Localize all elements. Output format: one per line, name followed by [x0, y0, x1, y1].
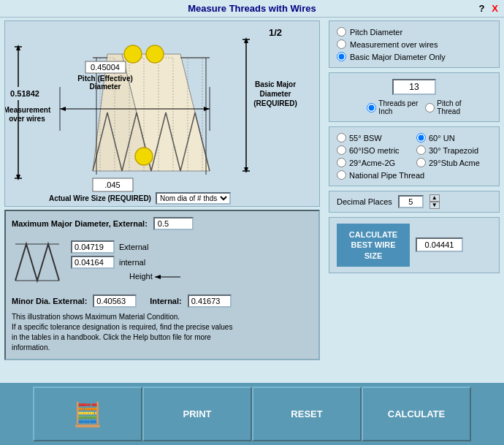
calc-best-result[interactable] — [416, 237, 463, 252]
svg-text:0.45004: 0.45004 — [91, 63, 120, 72]
main-area: 0.51842 0.45004 Pitch (Effective) Diamet… — [0, 18, 504, 400]
thread-count-box: Threads perInch Pitch ofThread — [329, 72, 500, 122]
stub29-radio[interactable] — [416, 158, 426, 167]
svg-text:Diameter: Diameter — [90, 83, 121, 91]
trap30-radio[interactable] — [416, 145, 426, 155]
un60-option[interactable]: 60° UN — [416, 133, 492, 142]
stub29-option[interactable]: 29°Stub Acme — [416, 158, 492, 167]
iso60-option[interactable]: 60°ISO metric — [337, 145, 412, 155]
height-label: Height — [129, 272, 153, 281]
acme29-option[interactable]: 29°Acme-2G — [337, 158, 412, 167]
window-title: Measure Threads with Wires — [188, 3, 316, 14]
title-bar: Measure Threads with Wires ? X — [0, 0, 504, 18]
close-button[interactable]: X — [492, 3, 498, 14]
external-row: External — [71, 240, 184, 254]
acme29-radio[interactable] — [337, 158, 346, 167]
threads-per-inch-option[interactable]: Threads perInch — [367, 99, 418, 115]
calc-best-box: CALCULATE BEST WIRE SIZE — [329, 217, 500, 273]
info-section: This illustration shows Maximum Material… — [12, 312, 313, 353]
calculator-icon: 🧮 — [73, 400, 102, 428]
wire-size-label: Actual Wire Size (REQUIRED) — [49, 194, 151, 202]
decimal-places-input[interactable] — [398, 195, 424, 208]
npt-label: National Pipe Thread — [349, 171, 424, 180]
pitch-of-thread-option[interactable]: Pitch ofThread — [425, 99, 461, 115]
basic-major-label: Basic Major Diameter Only — [350, 53, 446, 61]
trap30-option[interactable]: 30° Trapezoid — [416, 145, 492, 155]
threads-per-inch-radio[interactable] — [367, 103, 376, 113]
acme29-label: 29°Acme-2G — [349, 159, 395, 167]
height-arrow — [155, 273, 184, 281]
pitch-diameter-label: Pitch Diameter — [350, 28, 402, 37]
svg-text:.045: .045 — [104, 180, 120, 189]
height-label-row: Height — [129, 271, 184, 281]
info-text: This illustration shows Maximum Material… — [12, 312, 313, 353]
bsw-radio[interactable] — [337, 133, 346, 142]
internal-input[interactable] — [71, 256, 115, 269]
wire-size-row: Actual Wire Size (REQUIRED) Nom dia of #… — [49, 192, 231, 205]
npt-radio[interactable] — [337, 170, 346, 180]
minor-int-label: Internal: — [150, 297, 181, 305]
internal-row: internal — [71, 256, 184, 269]
mow-label: Measurement over wires — [350, 40, 438, 49]
help-button[interactable]: ? — [478, 3, 484, 14]
npt-option[interactable]: National Pipe Thread — [337, 170, 492, 180]
decimal-places-row: Decimal Places ▲ ▼ — [329, 191, 500, 213]
pitch-of-thread-label: Pitch ofThread — [437, 99, 461, 115]
svg-text:over wires: over wires — [9, 115, 45, 123]
svg-text:Pitch (Effective): Pitch (Effective) — [77, 75, 133, 83]
svg-text:(REQUIRED): (REQUIRED) — [253, 99, 297, 107]
svg-marker-39 — [155, 275, 161, 279]
pitch-diameter-option[interactable]: Pitch Diameter — [337, 27, 492, 37]
svg-point-8 — [124, 45, 142, 63]
minor-dia-row: Minor Dia. External: Internal: — [12, 294, 313, 308]
diagram-container: 0.51842 0.45004 Pitch (Effective) Diamet… — [4, 20, 320, 207]
max-major-label: Maximum Major Diameter, External: — [12, 219, 148, 228]
minor-ext-input[interactable] — [93, 294, 137, 308]
external-input[interactable] — [71, 240, 115, 254]
print-button[interactable]: PRINT — [142, 387, 252, 441]
stub29-label: 29°Stub Acme — [429, 159, 480, 167]
spin-down-button[interactable]: ▼ — [429, 202, 440, 209]
svg-text:Basic Major: Basic Major — [255, 80, 296, 88]
mow-option[interactable]: Measurement over wires — [337, 39, 492, 49]
max-major-input[interactable] — [153, 217, 194, 230]
threads-per-inch-label: Threads perInch — [378, 99, 418, 115]
svg-text:Measurement: Measurement — [5, 106, 51, 114]
results-area: Maximum Major Diameter, External: Extern… — [4, 210, 320, 360]
calc-best-button[interactable]: CALCULATE BEST WIRE SIZE — [337, 224, 410, 267]
calculate-button[interactable]: CALCULATE — [362, 387, 471, 441]
right-panel: Pitch Diameter Measurement over wires Ba… — [324, 18, 504, 400]
minor-int-input[interactable] — [188, 294, 232, 308]
thread-diagram: 0.51842 0.45004 Pitch (Effective) Diamet… — [5, 21, 319, 207]
max-major-row: Maximum Major Diameter, External: — [12, 217, 313, 230]
un60-radio[interactable] — [416, 133, 426, 142]
svg-text:1/2: 1/2 — [269, 27, 282, 38]
calculator-icon-button[interactable]: 🧮 — [33, 387, 142, 441]
angle-group: 55° BSW 60° UN 60°ISO metric 30° Trapezo… — [329, 126, 500, 186]
svg-text:0.51842: 0.51842 — [10, 89, 39, 98]
iso60-radio[interactable] — [337, 145, 346, 155]
iso60-label: 60°ISO metric — [349, 146, 400, 155]
thread-radios: Threads perInch Pitch ofThread — [337, 99, 492, 115]
basic-major-radio[interactable] — [337, 52, 346, 61]
measurement-type-group: Pitch Diameter Measurement over wires Ba… — [329, 20, 500, 68]
svg-text:Diameter: Diameter — [260, 90, 291, 98]
bsw-option[interactable]: 55° BSW — [337, 133, 412, 142]
thread-count-field[interactable] — [392, 79, 436, 95]
pitch-diameter-radio[interactable] — [337, 27, 346, 37]
window-controls: ? X — [478, 3, 498, 14]
reset-button[interactable]: RESET — [252, 387, 362, 441]
decimal-spinner: ▲ ▼ — [429, 194, 440, 209]
un60-label: 60° UN — [429, 134, 455, 142]
pitch-of-thread-radio[interactable] — [425, 103, 435, 113]
mow-radio[interactable] — [337, 39, 346, 49]
basic-major-option[interactable]: Basic Major Diameter Only — [337, 52, 492, 61]
tooth-diagram-row: External internal Height — [12, 233, 313, 292]
bottom-toolbar: 🧮 PRINT RESET CALCULATE — [0, 383, 504, 445]
trap30-label: 30° Trapezoid — [429, 146, 478, 155]
svg-point-10 — [135, 148, 153, 165]
wire-size-dropdown[interactable]: Nom dia of # thds — [156, 192, 231, 205]
bsw-label: 55° BSW — [349, 134, 382, 142]
spin-up-button[interactable]: ▲ — [429, 194, 440, 202]
internal-label: internal — [119, 258, 145, 267]
